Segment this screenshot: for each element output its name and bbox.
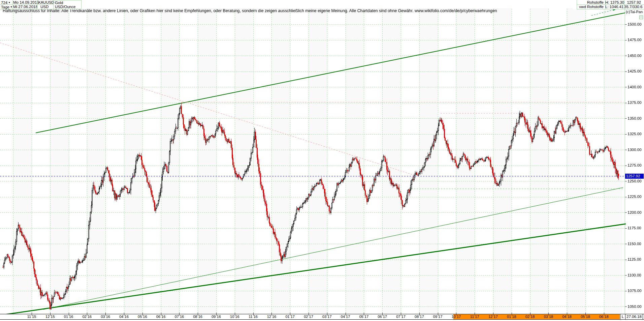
x-axis-tick — [161, 313, 161, 316]
x-axis-tick — [456, 313, 456, 316]
y-axis-label: 1150.00 — [627, 242, 641, 246]
y-axis-label: 1475.00 — [627, 38, 642, 42]
copyright-label: (c)Tai-Pan — [624, 10, 643, 14]
x-axis-tick — [69, 313, 69, 316]
y-axis-label: 1075.00 — [627, 289, 642, 293]
y-axis-label: 1100.00 — [627, 273, 641, 278]
x-axis-tick — [346, 313, 346, 316]
x-axis: 11 1512 1501 1602 1603 1604 1605 1606 16… — [0, 314, 644, 320]
y-axis-label: 1125.00 — [627, 257, 641, 262]
range-info-value: 35.7/330.6 — [624, 5, 641, 9]
x-axis-tick — [548, 313, 549, 316]
x-axis-tick — [142, 313, 143, 316]
low-value: L: 1046.41 — [605, 5, 623, 9]
divider — [605, 0, 606, 9]
x-axis-tick — [382, 313, 383, 316]
x-axis-tick — [271, 313, 272, 316]
x-axis-tick — [530, 313, 530, 316]
x-axis-tick — [475, 313, 475, 316]
x-axis-tick — [512, 313, 512, 316]
last-price-badge: 1257.92 — [625, 174, 644, 179]
x-axis-tick — [327, 313, 327, 316]
chart-title: Gold USD/Ounce — [53, 0, 82, 9]
x-axis-tick — [235, 313, 235, 316]
x-axis-tick — [364, 313, 364, 316]
x-axis-tick — [567, 313, 567, 316]
x-axis-tick — [253, 313, 254, 316]
provider-label: vwd Rohstoffe — [577, 5, 604, 9]
tai-pan-chart-window: { "header": { "left": { "period": "724",… — [0, 0, 644, 321]
x-axis-tick — [401, 313, 401, 316]
x-axis-tick — [32, 313, 32, 316]
y-axis-label: 1275.00 — [627, 163, 642, 168]
y-axis-label: 1375.00 — [627, 100, 642, 105]
x-axis-tick — [604, 313, 604, 316]
x-axis-tick — [585, 313, 586, 316]
y-axis-label: 1050.00 — [627, 304, 642, 309]
y-axis-label: 1425.00 — [627, 69, 642, 74]
y-axis-label: 1175.00 — [627, 226, 641, 230]
header-left: 724▼ Mo 14.09.2015 XAUUSD Tage▼ Mi 27.06… — [0, 0, 82, 9]
x-axis-tick — [124, 313, 124, 316]
x-axis-tick — [179, 313, 180, 316]
x-axis-tick — [419, 313, 420, 316]
x-axis-tick — [290, 313, 290, 316]
last-marker-label: L — [620, 315, 625, 319]
y-axis-label: 1400.00 — [627, 85, 642, 89]
x-axis-tick — [105, 313, 106, 316]
date-to: Mi 27.06.2018 — [13, 5, 38, 9]
divider — [643, 314, 643, 319]
divider — [577, 9, 644, 9]
divider — [577, 0, 577, 9]
x-axis-tick — [438, 313, 438, 316]
divider — [0, 9, 53, 9]
y-axis-label: 1225.00 — [627, 195, 642, 199]
price-chart-canvas[interactable] — [0, 0, 644, 321]
y-axis-label: 1450.00 — [627, 54, 642, 58]
chevron-down-icon: ▼ — [8, 1, 10, 4]
collapse-icon[interactable] — [639, 16, 643, 19]
x-axis-tick — [198, 313, 198, 316]
end-date-label: 27.06.18 — [625, 315, 643, 319]
divider — [624, 0, 624, 9]
divider — [0, 4, 53, 5]
timeframe-dropdown[interactable]: Tage▼ — [1, 5, 12, 9]
y-axis-label: 1350.00 — [627, 116, 642, 121]
y-axis-label: 1200.00 — [627, 210, 642, 215]
header-right: Rohstoffe vwd Rohstoffe H: 1375.30 L: 10… — [573, 0, 644, 9]
y-axis-label: 1300.00 — [627, 148, 642, 152]
x-axis-tick — [50, 313, 51, 316]
x-axis-tick — [493, 313, 493, 316]
divider — [577, 4, 644, 5]
y-axis-label: 1500.00 — [627, 22, 642, 27]
y-axis-label: 1325.00 — [627, 132, 642, 136]
y-axis-label: 1250.00 — [627, 179, 642, 183]
currency-label: USD — [40, 5, 49, 9]
x-axis-tick — [87, 313, 87, 316]
x-axis-tick — [309, 313, 309, 316]
x-axis-tick — [216, 313, 217, 316]
